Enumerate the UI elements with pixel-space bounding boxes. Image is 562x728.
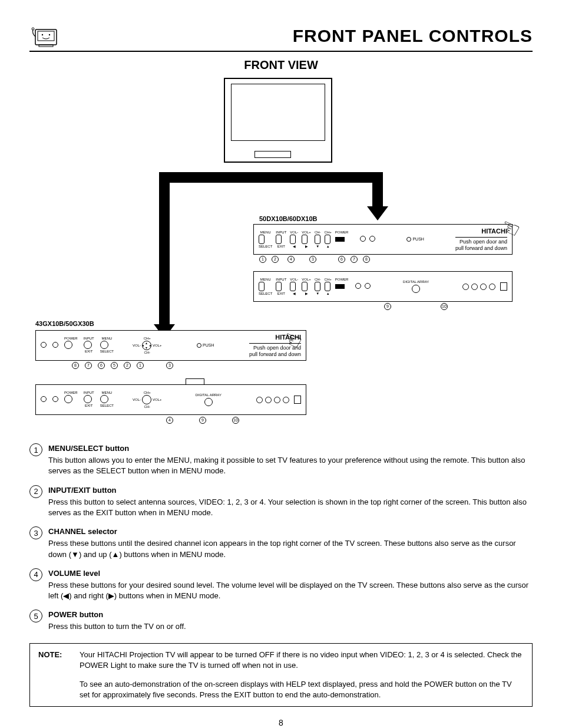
item-body: Press these buttons for your desired sou… <box>48 580 533 601</box>
tv-outline-icon <box>224 78 332 163</box>
page-title: FRONT PANEL CONTROLS <box>59 24 533 48</box>
control-item: 4 VOLUME level Press these buttons for y… <box>29 568 533 602</box>
svg-rect-4 <box>39 45 53 47</box>
item-number: 3 <box>29 526 42 539</box>
item-title: CHANNEL selector <box>48 526 533 537</box>
item-body: Press this button to turn the TV on or o… <box>48 621 533 632</box>
control-item: 3 CHANNEL selector Press these buttons u… <box>29 526 533 560</box>
note-box: NOTE: Your HITACHI Projection TV will ap… <box>29 643 533 707</box>
panel-50dx-open: MENUSELECT INPUTEXIT VOL-◀ VOL+▶ CH-▼ CH… <box>253 271 513 302</box>
svg-point-3 <box>49 34 50 35</box>
brand-logo: HITACHI <box>455 227 507 236</box>
control-item: 2 INPUT/EXIT button Press this button to… <box>29 485 533 519</box>
item-body: Press these buttons until the desired ch… <box>48 538 533 559</box>
panel2-callouts: 8 7 6 5 2 1 3 <box>71 362 174 369</box>
note-paragraph: To see an auto-demonstration of the on-s… <box>80 679 524 700</box>
control-item: 5 POWER button Press this button to turn… <box>29 610 533 632</box>
note-paragraph: Your HITACHI Projection TV will appear t… <box>80 650 524 671</box>
brand-logo: HITACHI <box>249 333 301 342</box>
note-label: NOTE: <box>38 650 80 671</box>
item-title: MENU/SELECT button <box>48 443 533 454</box>
svg-rect-1 <box>38 31 54 41</box>
panel2b-callouts: 4 9 10 <box>165 417 240 424</box>
page-header: FRONT PANEL CONTROLS <box>29 24 533 52</box>
item-body: This button allows you to enter the MENU… <box>48 455 533 476</box>
control-item: 1 MENU/SELECT button This button allows … <box>29 443 533 477</box>
control-descriptions: 1 MENU/SELECT button This button allows … <box>29 443 533 633</box>
page-number: 8 <box>29 717 533 728</box>
svg-rect-0 <box>35 29 57 45</box>
tv-mascot-icon <box>29 25 59 48</box>
item-number: 4 <box>29 568 42 581</box>
item-number: 2 <box>29 485 42 498</box>
svg-point-2 <box>42 34 43 35</box>
front-view-diagram: 50DX10B/60DX10B MENUSELECT INPUTEXIT VOL… <box>29 78 533 431</box>
model-label-bottom: 43GX10B/50GX30B <box>35 319 94 328</box>
panel-43gx-open: POWER INPUTEXIT MENUSELECT CH+ VOL- VOL+… <box>35 384 306 415</box>
item-title: INPUT/EXIT button <box>48 485 533 496</box>
item-number: 1 <box>29 443 42 456</box>
panel-43gx-closed: POWER INPUTEXIT MENUSELECT CH+ VOL- ▴ ▾ … <box>35 330 306 361</box>
subtitle: FRONT VIEW <box>29 57 533 73</box>
item-title: POWER button <box>48 610 533 620</box>
item-body: Press this button to select antenna sour… <box>48 497 533 518</box>
panel-50dx-closed: MENUSELECT INPUTEXIT VOL-◀ VOL+▶ CH-▼ CH… <box>253 224 513 255</box>
panel1-callouts: 1 2 4 3 6 7 8 <box>258 256 371 263</box>
model-label-top: 50DX10B/60DX10B <box>259 215 317 223</box>
panel1b-callouts: 9 10 <box>383 303 449 310</box>
item-title: VOLUME level <box>48 568 533 579</box>
item-number: 5 <box>29 610 42 622</box>
